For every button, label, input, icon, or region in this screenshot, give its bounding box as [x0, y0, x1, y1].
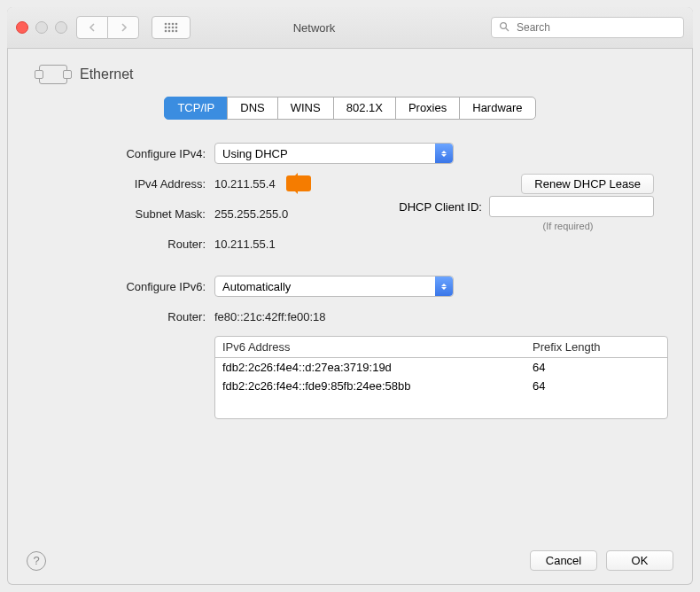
nav-buttons — [76, 16, 139, 39]
footer: ? Cancel OK — [7, 550, 693, 571]
configure-ipv4-label: Configure IPv4: — [37, 147, 214, 160]
col-prefix-length: Prefix Length — [533, 340, 601, 354]
ipv6-address-cell: fdb2:2c26:f4e4::fde9:85fb:24ee:58bb — [222, 379, 533, 393]
tab-wins[interactable]: WINS — [277, 97, 334, 120]
search-input[interactable] — [515, 20, 676, 35]
chevron-right-icon — [120, 23, 128, 32]
close-window-button[interactable] — [16, 21, 28, 34]
window-controls — [16, 21, 67, 34]
forward-button[interactable] — [107, 16, 139, 39]
ok-button[interactable]: OK — [606, 550, 673, 571]
configure-ipv4-select[interactable]: Using DHCP — [214, 143, 454, 164]
tab-bar: TCP/IPDNSWINS802.1XProxiesHardware — [34, 97, 666, 120]
ipv4-router-label: Router: — [37, 238, 214, 251]
col-ipv6-address: IPv6 Address — [222, 340, 533, 354]
back-button[interactable] — [76, 16, 108, 39]
dhcp-client-id-input[interactable] — [489, 196, 654, 217]
ipv4-address-value: 10.211.55.4 — [214, 177, 276, 191]
ipv4-router-value: 10.211.55.1 — [214, 238, 276, 251]
renew-dhcp-lease-button[interactable]: Renew DHCP Lease — [521, 174, 654, 194]
svg-point-12 — [501, 22, 507, 28]
interface-header: Ethernet — [34, 65, 666, 84]
prefix-length-cell: 64 — [533, 379, 545, 393]
tab-dns[interactable]: DNS — [227, 97, 277, 120]
configure-ipv4-value: Using DHCP — [222, 147, 288, 160]
configure-ipv6-label: Configure IPv6: — [37, 280, 214, 293]
configure-ipv6-select[interactable]: Automatically — [214, 276, 454, 297]
table-row[interactable]: fdb2:2c26:f4e4::fde9:85fb:24ee:58bb64 — [215, 377, 667, 395]
ipv4-address-label: IPv4 Address: — [37, 177, 214, 191]
tab-8021x[interactable]: 802.1X — [333, 97, 396, 120]
subnet-mask-value: 255.255.255.0 — [214, 207, 288, 221]
cancel-button[interactable]: Cancel — [530, 550, 597, 571]
search-icon — [499, 21, 509, 35]
titlebar: Network — [7, 7, 693, 49]
ethernet-icon — [39, 65, 67, 84]
dropdown-arrows-icon — [435, 144, 453, 163]
tab-tcpip[interactable]: TCP/IP — [164, 97, 228, 120]
content-area: Ethernet TCP/IPDNSWINS802.1XProxiesHardw… — [7, 49, 693, 419]
subnet-mask-label: Subnet Mask: — [37, 207, 214, 221]
callout-arrow-icon — [286, 175, 311, 191]
tab-hardware[interactable]: Hardware — [459, 97, 535, 120]
ipv6-address-table: IPv6 Address Prefix Length fdb2:2c26:f4e… — [214, 336, 668, 419]
search-field[interactable] — [491, 17, 684, 38]
ipv6-router-label: Router: — [37, 310, 214, 323]
prefix-length-cell: 64 — [533, 361, 545, 374]
help-button[interactable]: ? — [27, 551, 46, 571]
tab-proxies[interactable]: Proxies — [395, 97, 460, 120]
network-prefs-window: Network Ethernet TCP/IPDNSWINS802.1XProx… — [7, 7, 693, 585]
minimize-window-button[interactable] — [35, 21, 48, 34]
tcpip-panel: Configure IPv4: Using DHCP IPv4 Address:… — [34, 143, 666, 419]
window-title: Network — [146, 21, 482, 35]
ipv6-router-value: fe80::21c:42ff:fe00:18 — [214, 310, 326, 323]
chevron-left-icon — [89, 23, 97, 32]
dhcp-client-hint: (If required) — [543, 221, 594, 231]
svg-line-13 — [506, 28, 509, 31]
configure-ipv6-value: Automatically — [222, 280, 291, 293]
table-header: IPv6 Address Prefix Length — [215, 337, 667, 358]
zoom-window-button[interactable] — [55, 21, 67, 34]
ipv6-address-cell: fdb2:2c26:f4e4::d:27ea:3719:19d — [222, 361, 533, 374]
dhcp-client-id-label: DHCP Client ID: — [358, 200, 489, 214]
table-row[interactable]: fdb2:2c26:f4e4::d:27ea:3719:19d64 — [215, 358, 667, 377]
interface-name: Ethernet — [80, 66, 133, 82]
dropdown-arrows-icon — [435, 277, 453, 296]
